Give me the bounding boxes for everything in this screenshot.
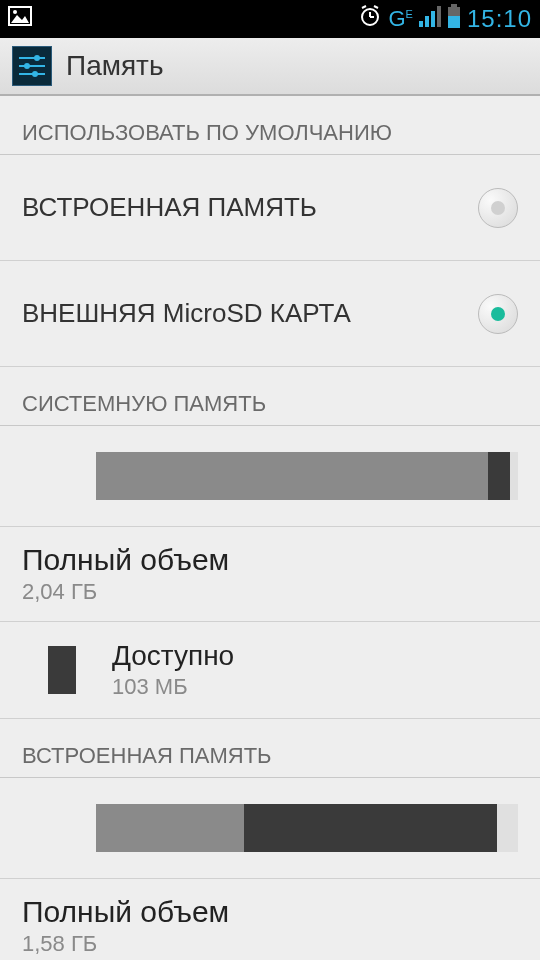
svg-rect-8 — [419, 21, 423, 27]
section-header-internal: ВСТРОЕННАЯ ПАМЯТЬ — [0, 719, 540, 778]
radio-row-sdcard[interactable]: ВНЕШНЯЯ MicroSD КАРТА — [0, 261, 540, 367]
radio-label: ВСТРОЕННАЯ ПАМЯТЬ — [22, 192, 478, 223]
svg-rect-9 — [425, 16, 429, 27]
alarm-icon — [358, 4, 382, 34]
storage-bar-seg1 — [96, 804, 244, 852]
system-total-row[interactable]: Полный объем 2,04 ГБ — [0, 527, 540, 622]
svg-line-7 — [374, 6, 378, 8]
radio-unchecked-icon — [491, 201, 505, 215]
storage-bar-available — [488, 452, 509, 500]
svg-rect-11 — [437, 6, 441, 27]
system-usage-bar-row — [0, 426, 540, 527]
system-available-row[interactable]: Доступно 103 МБ — [0, 622, 540, 719]
storage-bar — [96, 804, 518, 852]
status-bar: GE 15:10 — [0, 0, 540, 38]
signal-icon — [419, 5, 441, 33]
total-label: Полный объем — [22, 543, 518, 577]
section-header-default: ИСПОЛЬЗОВАТЬ ПО УМОЛЧАНИЮ — [0, 96, 540, 155]
available-value: 103 МБ — [112, 674, 234, 700]
radio-checked-icon — [491, 307, 505, 321]
svg-point-20 — [32, 71, 38, 77]
content: ИСПОЛЬЗОВАТЬ ПО УМОЛЧАНИЮ ВСТРОЕННАЯ ПАМ… — [0, 96, 540, 960]
svg-rect-10 — [431, 11, 435, 27]
svg-point-2 — [13, 10, 17, 14]
svg-line-6 — [362, 6, 366, 8]
svg-rect-14 — [448, 16, 460, 28]
total-value: 2,04 ГБ — [22, 579, 518, 605]
svg-point-18 — [34, 55, 40, 61]
available-color-swatch — [48, 646, 76, 694]
svg-marker-1 — [11, 15, 29, 23]
action-bar: Память — [0, 38, 540, 96]
svg-rect-12 — [451, 4, 457, 7]
svg-point-19 — [24, 63, 30, 69]
radio-button[interactable] — [478, 294, 518, 334]
settings-sliders-icon[interactable] — [12, 46, 52, 86]
internal-usage-bar-row — [0, 778, 540, 879]
screenshot-icon — [8, 6, 32, 32]
clock: 15:10 — [467, 5, 532, 33]
page-title: Память — [66, 50, 164, 82]
section-header-system: СИСТЕМНУЮ ПАМЯТЬ — [0, 367, 540, 426]
total-value: 1,58 ГБ — [22, 931, 518, 957]
battery-icon — [447, 4, 461, 34]
available-label: Доступно — [112, 640, 234, 672]
radio-row-internal[interactable]: ВСТРОЕННАЯ ПАМЯТЬ — [0, 155, 540, 261]
storage-bar — [96, 452, 518, 500]
internal-total-row[interactable]: Полный объем 1,58 ГБ — [0, 879, 540, 960]
storage-bar-seg2 — [244, 804, 497, 852]
radio-button[interactable] — [478, 188, 518, 228]
network-type: GE — [388, 6, 412, 32]
total-label: Полный объем — [22, 895, 518, 929]
storage-bar-used — [96, 452, 488, 500]
radio-label: ВНЕШНЯЯ MicroSD КАРТА — [22, 298, 478, 329]
